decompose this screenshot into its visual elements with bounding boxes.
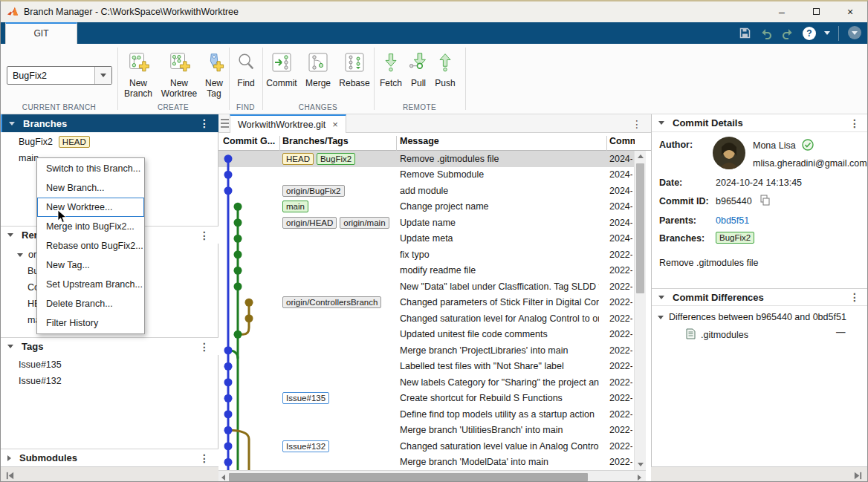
context-menu-item[interactable]: Delete Branch... <box>37 294 144 313</box>
column-header-date[interactable]: Commit <box>609 136 635 146</box>
expand-icon[interactable] <box>7 455 11 461</box>
redo-button[interactable] <box>781 27 794 39</box>
undo-button[interactable] <box>760 27 773 39</box>
help-button[interactable]: ? <box>803 27 816 40</box>
table-row[interactable]: New "Data" label under Clasffication. Ta… <box>218 279 634 295</box>
table-row[interactable]: origin/HEADorigin/mainUpdate name2024-0 <box>218 215 634 231</box>
collapse-icon[interactable] <box>9 122 15 126</box>
column-header-graph[interactable]: Commit G... <box>223 136 276 146</box>
submodules-panel-header[interactable]: Submodules ⋮ <box>1 449 218 466</box>
close-tab-icon[interactable]: × <box>332 119 338 130</box>
context-menu-item[interactable]: Filter History <box>37 313 144 333</box>
vertical-scroll-thumb[interactable] <box>636 163 644 293</box>
commit-details-header[interactable]: Commit Details ⋮ <box>652 114 868 132</box>
horizontal-scrollbar[interactable] <box>218 470 646 482</box>
panel-menu-icon[interactable]: ⋮ <box>199 118 210 128</box>
maximize-button[interactable] <box>799 1 833 22</box>
column-header-branches[interactable]: Branches/Tags <box>282 136 349 146</box>
horizontal-scroll-thumb[interactable] <box>229 473 588 481</box>
tab-git[interactable]: GIT <box>5 22 77 44</box>
help-dropdown-icon[interactable] <box>824 31 830 35</box>
collapse-icon[interactable] <box>17 253 23 257</box>
commit-details-panel: Commit Details ⋮ Author: Mona Lisa mlisa… <box>651 114 868 466</box>
table-row[interactable]: Changed saturation level for Analog Cont… <box>218 310 634 327</box>
commit-button[interactable]: Commit <box>265 49 299 88</box>
parent-commit-link[interactable]: 0bd5f51 <box>716 215 749 226</box>
table-row[interactable]: New labels Category for "Sharing" the pr… <box>218 374 634 391</box>
section-label-create: CREATE <box>117 103 229 111</box>
table-row[interactable]: Issue#132Changed saturation level value … <box>218 438 634 455</box>
table-row[interactable]: modify readme file2022-1 <box>218 263 634 279</box>
collapse-icon[interactable] <box>7 233 13 237</box>
fetch-button[interactable]: Fetch <box>377 49 405 88</box>
collapse-icon[interactable] <box>7 345 13 348</box>
table-row[interactable]: Merge branch 'UtilitiesBranch' into main… <box>218 423 634 439</box>
context-menu-item[interactable]: Set Upstream Branch... <box>37 275 144 294</box>
new-worktree-button[interactable]: New Worktree <box>158 49 200 99</box>
context-menu-item[interactable]: New Tag... <box>37 255 144 275</box>
branches-panel-header[interactable]: Branches ⋮ <box>1 114 218 132</box>
list-item[interactable]: Issue#135 <box>1 356 217 373</box>
table-row[interactable]: Update meta2024-0 <box>218 231 634 247</box>
scroll-left-icon[interactable] <box>221 475 225 481</box>
table-row[interactable]: Issue#135Create shortcut for Rebuild S F… <box>218 391 634 407</box>
panel-menu-icon[interactable]: ⋮ <box>199 453 210 463</box>
merge-button[interactable]: Merge <box>302 49 334 88</box>
pull-button[interactable]: Pull <box>407 49 430 88</box>
new-branch-button[interactable]: New Branch <box>120 49 156 99</box>
table-row[interactable]: origin/BugFix2add module2024-0 <box>218 183 634 199</box>
current-branch-select[interactable]: BugFix2 <box>7 66 112 85</box>
titlebar: Branch Manager - C:\WorkSpace\WorkwithWo… <box>1 1 867 22</box>
collapse-left-panel-button[interactable] <box>5 470 15 482</box>
commit-date-cell: 2022-1 <box>609 361 632 371</box>
context-menu-item[interactable]: Switch to this Branch... <box>37 159 144 178</box>
vertical-scrollbar[interactable] <box>634 151 646 470</box>
context-menu: Switch to this Branch...New Branch...New… <box>36 157 145 334</box>
document-bar-menu-icon[interactable]: ⋮ <box>632 119 642 129</box>
copy-icon[interactable] <box>760 195 770 208</box>
rebase-button[interactable]: Rebase <box>337 49 372 88</box>
table-row[interactable]: Updated unitest file code comments2022-1 <box>218 327 634 343</box>
table-row[interactable]: Merge branch 'ModelData' into main2022-1 <box>218 455 634 471</box>
context-menu-item[interactable]: Merge into BugFix2... <box>37 217 144 236</box>
table-row[interactable]: Labelled test files with "Not Share" lab… <box>218 359 634 375</box>
scroll-right-icon[interactable] <box>638 475 641 481</box>
table-row[interactable]: HEADBugFix2Remove .gitmodules file2024-1 <box>218 151 634 167</box>
table-row[interactable]: fix typo2022-1 <box>218 247 634 263</box>
collapse-right-panel-button[interactable] <box>853 470 863 482</box>
document-bar-icon[interactable] <box>221 119 229 128</box>
scroll-up-icon[interactable] <box>638 154 644 158</box>
chevron-down-icon[interactable] <box>94 67 111 84</box>
diff-file-row[interactable]: .gitmodules <box>686 328 748 342</box>
column-header-message[interactable]: Message <box>400 136 439 146</box>
list-item[interactable]: BugFix2HEAD <box>1 134 217 150</box>
panel-menu-icon[interactable]: ⋮ <box>199 342 210 352</box>
commit-differences-header[interactable]: Commit Differences ⋮ <box>652 288 868 306</box>
table-row[interactable]: origin/ControllersBranchChanged paramete… <box>218 295 634 311</box>
context-menu-item[interactable]: New Branch... <box>37 178 144 198</box>
scroll-down-icon[interactable] <box>638 463 644 466</box>
close-button[interactable]: × <box>833 1 867 22</box>
list-item[interactable]: Issue#132 <box>1 373 217 389</box>
collapse-toolstrip-button[interactable] <box>848 26 861 39</box>
panel-menu-icon[interactable]: ⋮ <box>849 118 860 128</box>
context-menu-item[interactable]: New Worktree... <box>37 198 144 217</box>
table-row[interactable]: Merge branch 'ProjectLibraries' into mai… <box>218 342 634 359</box>
save-button[interactable] <box>739 27 751 39</box>
minimize-button[interactable]: – <box>765 1 799 22</box>
find-button[interactable]: Find <box>231 49 261 88</box>
differences-tree-root[interactable]: Differences between b965440 and 0bd5f51 <box>658 312 846 322</box>
collapse-icon[interactable] <box>658 296 664 299</box>
push-button[interactable]: Push <box>432 49 459 88</box>
context-menu-item[interactable]: Rebase onto BugFix2... <box>37 236 144 255</box>
collapse-icon[interactable] <box>658 121 664 125</box>
tags-panel-header[interactable]: Tags ⋮ <box>1 337 218 355</box>
document-tab[interactable]: WorkwithWorktree.git × <box>230 114 346 133</box>
new-tag-button[interactable]: New Tag <box>201 49 227 99</box>
collapse-icon[interactable] <box>658 316 664 319</box>
panel-menu-icon[interactable]: ⋮ <box>849 292 860 302</box>
table-row[interactable]: mainChange project name2024-0 <box>218 199 634 215</box>
panel-menu-icon[interactable]: ⋮ <box>199 230 210 241</box>
table-row[interactable]: Define find top models utility as a star… <box>218 406 634 423</box>
table-row[interactable]: Remove Submodule2024-1 <box>218 167 634 183</box>
